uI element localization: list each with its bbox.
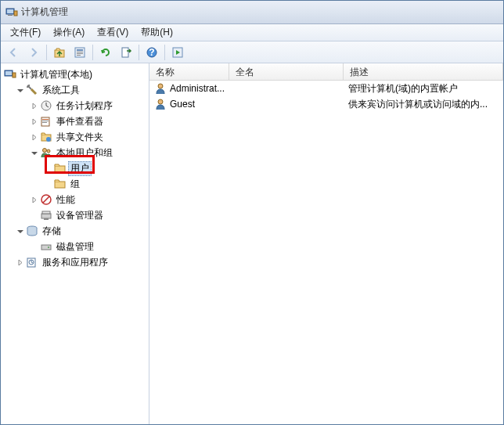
svg-rect-18	[41, 117, 49, 126]
svg-rect-27	[55, 182, 65, 188]
folder-icon	[54, 162, 67, 175]
menu-action[interactable]: 操作(A)	[47, 24, 91, 41]
tree-event-label: 事件查看器	[54, 114, 106, 129]
tree-system-tools[interactable]: 系统工具	[2, 82, 147, 98]
list-header: 名称 全名 描述	[149, 63, 503, 81]
svg-rect-3	[14, 11, 17, 16]
row-name: Guest	[170, 99, 195, 110]
menu-view[interactable]: 查看(V)	[91, 24, 135, 41]
svg-point-34	[48, 247, 49, 248]
refresh-button[interactable]	[96, 43, 115, 62]
tree-task-scheduler[interactable]: 任务计划程序	[2, 98, 147, 113]
export-button[interactable]	[117, 43, 135, 62]
svg-rect-2	[8, 15, 13, 16]
tree-disk-management[interactable]: 磁盘管理	[2, 239, 147, 254]
tree-shared-label: 共享文件夹	[54, 130, 106, 145]
svg-rect-15	[5, 71, 12, 75]
toolbar-separator	[46, 45, 47, 60]
action-button[interactable]	[168, 43, 187, 62]
svg-rect-6	[77, 49, 83, 51]
window-title: 计算机管理	[21, 5, 68, 19]
tree-device-manager[interactable]: 设备管理器	[2, 207, 147, 223]
svg-point-38	[158, 99, 163, 104]
tree-event-viewer[interactable]: 事件查看器	[2, 113, 147, 129]
performance-icon	[40, 193, 52, 206]
tree-task-label: 任务计划程序	[54, 99, 115, 113]
up-level-button[interactable]	[50, 43, 69, 62]
tree-users-groups[interactable]: 本地用户和组	[2, 145, 147, 160]
user-icon	[154, 82, 167, 95]
collapse-icon[interactable]	[15, 85, 24, 95]
tree-services-apps[interactable]: 服务和应用程序	[2, 254, 147, 270]
tree-root[interactable]: 计算机管理(本地)	[2, 67, 147, 82]
shared-folder-icon	[40, 131, 52, 143]
column-fullname[interactable]: 全名	[229, 63, 344, 80]
row-desc: 供来宾访问计算机或访问域的内...	[348, 98, 488, 111]
disk-icon	[40, 240, 52, 253]
expand-icon[interactable]	[29, 132, 38, 142]
tree-groups[interactable]: 组	[2, 176, 147, 192]
tree-users-label: 用户	[68, 161, 92, 176]
svg-rect-19	[42, 119, 49, 120]
folder-icon	[54, 178, 67, 190]
tree-storage[interactable]: 存储	[2, 223, 147, 239]
svg-rect-30	[42, 211, 50, 214]
expand-icon[interactable]	[29, 117, 38, 126]
tree-storage-label: 存储	[40, 224, 63, 239]
tree-root-label: 计算机管理(本地)	[18, 67, 95, 82]
tree-services-label: 服务和应用程序	[40, 255, 110, 270]
list-body: Administrat... 管理计算机(域)的内置帐户 Guest 供来宾访问…	[149, 81, 503, 424]
tree-performance[interactable]: 性能	[2, 192, 147, 207]
svg-rect-16	[13, 73, 16, 77]
collapse-icon[interactable]	[29, 148, 38, 157]
spacer	[43, 164, 52, 173]
svg-point-23	[46, 137, 51, 142]
menubar: 文件(F) 操作(A) 查看(V) 帮助(H)	[1, 24, 503, 41]
tree-usersgroups-label: 本地用户和组	[54, 146, 115, 160]
svg-rect-1	[7, 9, 13, 13]
tree-panel: 计算机管理(本地) 系统工具	[1, 63, 149, 424]
tree-users[interactable]: 用户	[2, 160, 147, 176]
svg-rect-33	[41, 245, 51, 250]
column-name[interactable]: 名称	[149, 63, 229, 80]
tree-devmgr-label: 设备管理器	[54, 208, 106, 223]
tree-groups-label: 组	[68, 177, 82, 192]
svg-text:?: ?	[149, 47, 154, 58]
tree-system-tools-label: 系统工具	[40, 83, 82, 98]
computer-management-icon	[5, 6, 18, 19]
column-desc[interactable]: 描述	[344, 63, 503, 80]
tree-shared-folders[interactable]: 共享文件夹	[2, 129, 147, 145]
svg-rect-31	[44, 218, 49, 220]
tools-icon	[26, 84, 38, 96]
tree-diskmgmt-label: 磁盘管理	[54, 240, 96, 254]
expand-icon[interactable]	[29, 101, 38, 110]
toolbar-separator	[164, 45, 165, 60]
svg-rect-20	[42, 121, 49, 121]
menu-help[interactable]: 帮助(H)	[135, 24, 179, 41]
row-name: Administrat...	[170, 83, 225, 94]
menu-file[interactable]: 文件(F)	[4, 24, 47, 41]
list-row[interactable]: Administrat... 管理计算机(域)的内置帐户	[149, 81, 503, 96]
toolbar-separator	[139, 45, 139, 60]
clock-icon	[40, 99, 52, 112]
expand-icon[interactable]	[15, 258, 24, 267]
svg-rect-10	[122, 48, 128, 57]
svg-point-24	[43, 149, 47, 153]
row-desc: 管理计算机(域)的内置帐户	[348, 82, 458, 95]
svg-rect-29	[41, 214, 51, 218]
svg-rect-26	[55, 166, 65, 172]
collapse-icon[interactable]	[15, 226, 24, 236]
expand-icon[interactable]	[29, 195, 38, 204]
svg-point-37	[158, 84, 163, 88]
toolbar: ?	[1, 41, 503, 63]
properties-button[interactable]	[70, 43, 89, 62]
toolbar-separator	[92, 45, 93, 60]
list-row[interactable]: Guest 供来宾访问计算机或访问域的内...	[149, 96, 503, 112]
help-button[interactable]: ?	[142, 43, 161, 62]
nav-forward-button[interactable]	[24, 43, 43, 62]
content-area: 计算机管理(本地) 系统工具	[1, 63, 503, 424]
services-icon	[26, 256, 38, 268]
nav-back-button[interactable]	[4, 43, 23, 62]
titlebar: 计算机管理	[1, 1, 503, 24]
list-panel: 名称 全名 描述 Administrat... 管理计算机(域)的内置帐户 G	[149, 63, 503, 424]
